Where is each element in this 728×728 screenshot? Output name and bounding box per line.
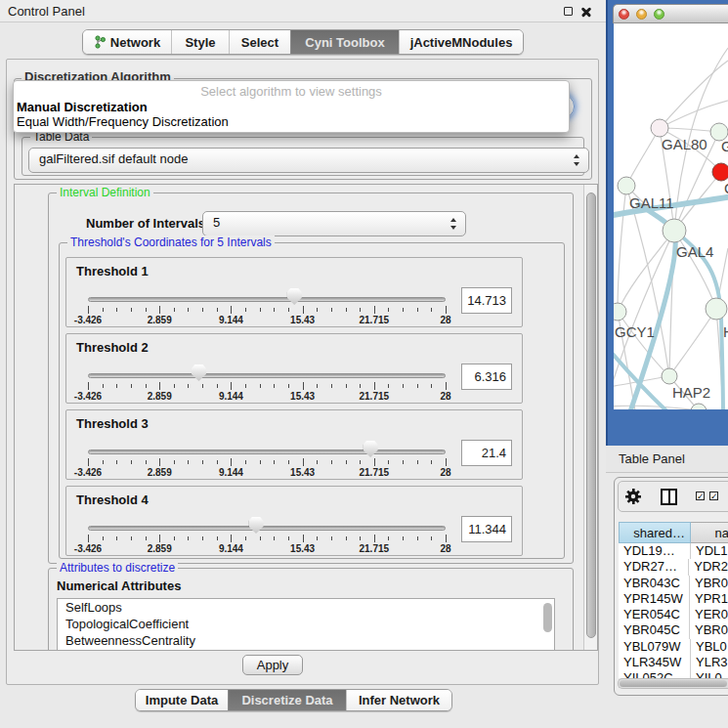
threshold-value-field[interactable]: 11.344: [461, 516, 512, 542]
slider-thumb[interactable]: [192, 364, 206, 381]
table-row[interactable]: YPR145WYPR1: [619, 591, 728, 607]
zoom-traffic-light[interactable]: [654, 9, 664, 20]
table-cell[interactable]: YPR1: [690, 591, 728, 607]
settings-scrollbar-track[interactable]: [583, 185, 597, 650]
network-edge[interactable]: [669, 309, 716, 376]
tab-select[interactable]: Select: [229, 30, 290, 54]
control-panel-tabbar: Network Style Select Cyni Toolbox jActiv…: [82, 29, 524, 55]
close-traffic-light[interactable]: [619, 9, 629, 20]
table-cell[interactable]: YDR2: [689, 559, 728, 575]
network-node[interactable]: [651, 119, 668, 137]
number-of-intervals-label: Number of Intervals: [86, 216, 205, 231]
table-row[interactable]: YER054CYER0: [619, 607, 728, 622]
network-node[interactable]: [662, 368, 677, 384]
numerical-attributes-list[interactable]: SelfLoopsTopologicalCoefficientBetweenne…: [57, 598, 555, 651]
interval-definition-group-title: Interval Definition: [57, 186, 153, 199]
column-header-name[interactable]: na: [691, 522, 728, 543]
list-scrollbar[interactable]: [543, 603, 552, 632]
network-edge[interactable]: [614, 406, 699, 409]
table-cell[interactable]: YBL0: [691, 639, 727, 655]
algorithm-option-equal-width[interactable]: Equal Width/Frequency Discretization: [14, 114, 569, 129]
table-cell[interactable]: YDL19…: [619, 543, 691, 559]
table-cell[interactable]: YBR0: [690, 622, 728, 638]
columns-icon[interactable]: [661, 489, 677, 505]
threshold-value-field[interactable]: 6.316: [461, 364, 512, 390]
tab-jactivemnodules[interactable]: jActiveMNodules: [399, 30, 523, 54]
table-cell[interactable]: YLR3: [691, 655, 728, 670]
gear-icon[interactable]: [624, 488, 642, 508]
table-row[interactable]: YLR345WYLR3: [619, 655, 728, 670]
numerical-attributes-label: Numerical Attributes: [57, 578, 181, 593]
table-data-select[interactable]: galFiltered.sif default node: [28, 148, 589, 173]
slider-track[interactable]: [88, 297, 446, 302]
table-cell[interactable]: YDR27…: [619, 559, 689, 575]
slider-thumb[interactable]: [287, 288, 302, 305]
table-cell[interactable]: YDL1: [691, 543, 728, 559]
slider-thumb[interactable]: [364, 441, 378, 457]
network-node[interactable]: [663, 219, 686, 242]
attribute-item[interactable]: BetweennessCentrality: [58, 632, 554, 649]
network-edge[interactable]: [660, 61, 728, 128]
checkbox-icon[interactable]: ✓: [696, 492, 705, 500]
tab-discretize-data[interactable]: Discretize Data: [228, 690, 346, 710]
table-cell[interactable]: YPR145W: [619, 591, 690, 607]
algorithm-hint-option[interactable]: Select algorithm to view settings: [14, 83, 569, 100]
table-cell[interactable]: YBL079W: [619, 639, 691, 655]
tab-label: Infer Network: [359, 693, 440, 707]
table-cell[interactable]: YLR345W: [619, 655, 691, 670]
table-cell[interactable]: YBR043C: [619, 576, 690, 591]
table-row[interactable]: YBR045CYBR0: [619, 622, 728, 638]
attribute-item[interactable]: TopologicalCoefficient: [58, 616, 554, 632]
table-row[interactable]: YDR27…YDR2: [619, 559, 728, 575]
table-row[interactable]: YIL052CYIL0: [619, 670, 728, 678]
network-node-label: H: [723, 323, 728, 340]
tab-cyni-toolbox[interactable]: Cyni Toolbox: [290, 30, 399, 54]
tab-label: Discretize Data: [241, 693, 332, 707]
tab-impute-data[interactable]: Impute Data: [136, 690, 228, 710]
apply-button[interactable]: Apply: [242, 655, 303, 675]
number-of-intervals-select[interactable]: 5: [202, 211, 466, 236]
table-cell[interactable]: YBR045C: [619, 622, 690, 638]
table-hscrollbar-track[interactable]: [618, 678, 728, 689]
tab-network[interactable]: Network: [83, 30, 171, 54]
table-cell[interactable]: YIL052C: [619, 670, 691, 678]
network-node[interactable]: [712, 163, 728, 181]
network-node[interactable]: [618, 177, 635, 194]
slider-track[interactable]: [88, 373, 446, 378]
network-node-label: HAP2: [672, 384, 710, 401]
algorithm-option-manual[interactable]: Manual Discretization: [14, 100, 569, 114]
float-window-icon[interactable]: [564, 7, 573, 16]
checkbox-icon[interactable]: ✓: [709, 492, 718, 500]
minimize-traffic-light[interactable]: [636, 9, 647, 20]
table-hscrollbar-thumb[interactable]: [620, 680, 727, 687]
threshold-value-field[interactable]: 21.4: [461, 440, 512, 466]
close-icon[interactable]: [580, 6, 592, 18]
network-canvas[interactable]: GAL80GCGAL11GAL4GCY1HHAP2: [614, 23, 728, 409]
slider-track[interactable]: [88, 450, 446, 454]
slider-scale-labels: -3.4262.8599.14415.4321.71528: [88, 467, 446, 479]
slider-ticks: [88, 306, 446, 314]
stepper-icon: [573, 154, 581, 166]
table-cell[interactable]: YBR0: [690, 576, 728, 591]
network-node[interactable]: [706, 298, 727, 320]
table-cell[interactable]: YER0: [690, 607, 728, 622]
algorithm-dropdown-popup: Select algorithm to view settings Manual…: [13, 80, 570, 133]
threshold-panel: Threshold 2-3.4262.8599.14415.4321.71528…: [65, 333, 523, 404]
table-cell[interactable]: YIL0: [691, 670, 722, 678]
slider-track[interactable]: [88, 526, 446, 531]
tab-style[interactable]: Style: [171, 30, 229, 54]
tab-infer-network[interactable]: Infer Network: [346, 690, 451, 710]
table-cell[interactable]: YER054C: [619, 607, 690, 622]
interval-definition-group: Interval Definition Number of Intervals …: [48, 193, 574, 564]
slider-thumb[interactable]: [249, 517, 264, 534]
table-row[interactable]: YDL19…YDL1: [619, 543, 728, 559]
network-edge[interactable]: [626, 128, 660, 186]
column-header-shared-name[interactable]: shared…: [619, 522, 691, 543]
table-row[interactable]: YBL079WYBL0: [619, 639, 728, 655]
table-row[interactable]: YBR043CYBR0: [619, 576, 728, 591]
attribute-item[interactable]: SelfLoops: [58, 599, 554, 616]
threshold-value-field[interactable]: 14.713: [461, 287, 512, 314]
settings-scrollbar-thumb[interactable]: [586, 193, 596, 638]
network-edge[interactable]: [618, 186, 626, 312]
network-node[interactable]: [614, 303, 626, 321]
